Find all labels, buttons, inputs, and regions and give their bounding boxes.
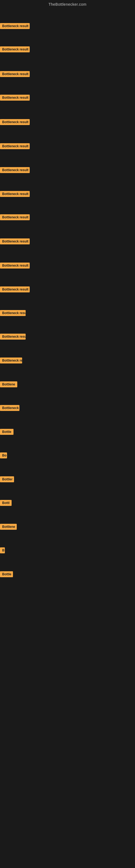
bottleneck-badge: Bottleneck result: [0, 262, 30, 269]
bottleneck-badge: Bottleneck result: [0, 310, 26, 316]
bottleneck-result-item[interactable]: Bottleneck result: [0, 310, 26, 317]
bottleneck-badge: Bottlene: [0, 524, 17, 530]
bottleneck-result-item[interactable]: Bottleneck result: [0, 23, 30, 30]
bottleneck-badge: Bottleneck result: [0, 286, 30, 292]
bottleneck-badge: Bottleneck: [0, 405, 19, 411]
bottleneck-result-item[interactable]: Bottleneck result: [0, 286, 30, 293]
bottleneck-result-item[interactable]: Bottl: [0, 500, 12, 507]
bottleneck-badge: Bottleneck result: [0, 239, 30, 244]
bottleneck-result-item[interactable]: Bottleneck result: [0, 262, 30, 270]
bottleneck-result-item[interactable]: Bottleneck result: [0, 143, 30, 150]
bottleneck-badge: Bottle: [0, 429, 13, 435]
bottleneck-badge: Bottleneck result: [0, 191, 30, 197]
bottleneck-result-item[interactable]: Bottleneck result: [0, 95, 30, 102]
bottleneck-result-item[interactable]: Bottle: [0, 429, 13, 436]
bottleneck-badge: Bo: [0, 453, 7, 458]
bottleneck-badge: Bottleneck result: [0, 46, 30, 52]
bottleneck-badge: Bottleneck result: [0, 71, 30, 77]
bottleneck-result-item[interactable]: Bottleneck result: [0, 119, 30, 126]
bottleneck-badge: Bottleneck re: [0, 358, 22, 364]
bottleneck-badge: Bottleneck result: [0, 143, 30, 149]
bottleneck-result-item[interactable]: Bottleneck result: [0, 71, 30, 78]
bottleneck-result-item[interactable]: Bottlene: [0, 381, 17, 389]
bottleneck-badge: Bottler: [0, 476, 14, 482]
bottleneck-badge: Bottl: [0, 500, 12, 506]
bottleneck-result-item[interactable]: Bo: [0, 453, 7, 460]
bottleneck-badge: Bottleneck result: [0, 167, 30, 173]
bottleneck-badge: Bottlene: [0, 381, 17, 388]
bottleneck-result-item[interactable]: Bottler: [0, 476, 14, 484]
bottleneck-badge: Bottleneck result: [0, 334, 26, 340]
bottleneck-result-item[interactable]: Bottleneck result: [0, 191, 30, 198]
bottleneck-result-item[interactable]: B: [0, 547, 5, 554]
bottleneck-badge: Bottleneck result: [0, 214, 30, 220]
bottleneck-badge: Bottleneck result: [0, 95, 30, 101]
bottleneck-result-item[interactable]: Bottleneck: [0, 405, 19, 412]
bottleneck-result-item[interactable]: Bottlene: [0, 524, 17, 531]
bottleneck-result-item[interactable]: Bottleneck result: [0, 239, 30, 246]
site-title: TheBottlenecker.com: [0, 0, 135, 8]
bottleneck-result-item[interactable]: Bottle: [0, 571, 13, 578]
bottleneck-badge: Bottleneck result: [0, 23, 30, 29]
bottleneck-result-item[interactable]: Bottleneck result: [0, 46, 30, 54]
bottleneck-badge: B: [0, 547, 5, 553]
bottleneck-result-item[interactable]: Bottleneck result: [0, 334, 26, 341]
bottleneck-result-item[interactable]: Bottleneck result: [0, 167, 30, 174]
bottleneck-badge: Bottle: [0, 571, 13, 577]
bottleneck-result-item[interactable]: Bottleneck re: [0, 358, 22, 365]
bottleneck-badge: Bottleneck result: [0, 119, 30, 125]
bottleneck-result-item[interactable]: Bottleneck result: [0, 214, 30, 221]
